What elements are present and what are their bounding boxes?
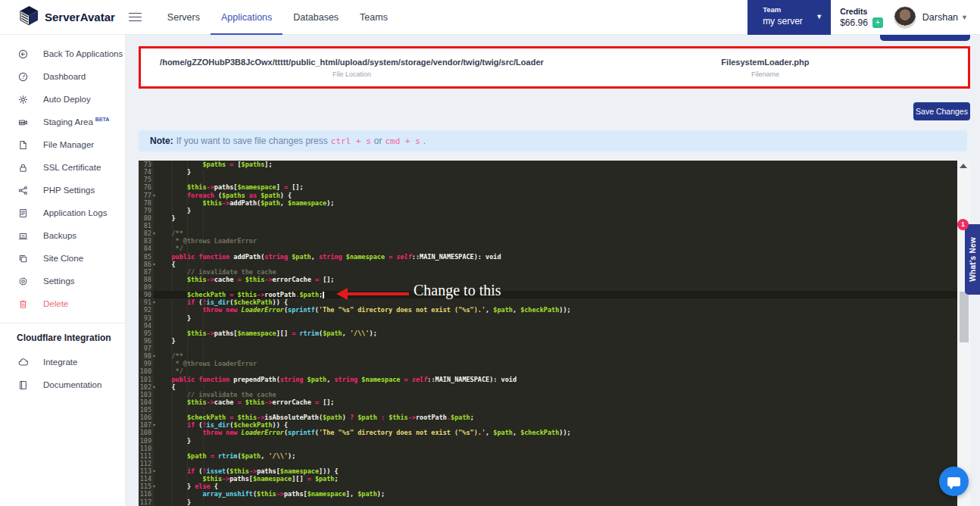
line-number: 73 <box>139 161 154 168</box>
brand-name: ServerAvatar <box>45 11 115 23</box>
code-line[interactable]: 84 */ <box>139 245 957 252</box>
fold-arrow-icon[interactable]: ▾ <box>153 421 155 429</box>
sidebar-item-ssl-certificate[interactable]: SSL Certificate <box>0 156 125 179</box>
code-line[interactable]: 83 * @throws LoaderError <box>139 237 957 245</box>
hamburger-menu-icon[interactable] <box>129 13 142 22</box>
code-text: */ <box>154 367 183 375</box>
user-name[interactable]: Darshan <box>922 12 958 23</box>
code-line[interactable]: 79 } <box>139 207 957 214</box>
sidebar-item-file-manager[interactable]: File Manager <box>0 133 125 156</box>
sidebar-item-settings[interactable]: Settings <box>0 270 125 292</box>
sidebar-item-dashboard[interactable]: Dashboard <box>0 65 125 88</box>
code-line[interactable]: 74 } <box>139 168 957 176</box>
code-line[interactable]: 95 $this->paths[$namespace][] = rtrim($p… <box>139 330 957 337</box>
editor-scrollbar-thumb[interactable] <box>960 292 969 342</box>
file-location-value: /home/gZZOHubP3B8JcOwx/ttttt/public_html… <box>141 58 563 67</box>
code-line[interactable]: 117 } <box>139 498 957 506</box>
code-line[interactable]: 112 <box>139 460 957 467</box>
fold-arrow-icon[interactable]: ▾ <box>153 261 155 268</box>
code-line[interactable]: 107▾ if (!is_dir($checkPath)) { <box>139 421 957 429</box>
brand[interactable]: ServerAvatar <box>0 5 115 29</box>
code-line[interactable]: 77▾ foreach ($paths as $path) { <box>139 192 957 199</box>
code-line[interactable]: 108 throw new LoaderError(sprintf('The "… <box>139 429 957 436</box>
scrollbar-up-arrow-icon[interactable] <box>960 164 967 168</box>
fold-arrow-icon[interactable]: ▾ <box>153 298 155 306</box>
fold-arrow-icon[interactable]: ▾ <box>153 192 155 199</box>
code-editor[interactable]: 73 $paths = [$paths];74 }7576 $this->pat… <box>139 161 957 506</box>
code-line[interactable]: 80 } <box>139 214 957 222</box>
save-changes-button[interactable]: Save Changes <box>913 102 970 120</box>
code-line[interactable]: 76 $this->paths[$namespace] = []; <box>139 183 957 191</box>
whats-new-tab[interactable]: What's New <box>965 224 980 295</box>
sidebar-item-integrate[interactable]: Integrate <box>0 351 125 373</box>
file-icon <box>18 140 36 150</box>
code-text: $this->addPath($path, $namespace); <box>154 199 334 207</box>
code-line[interactable]: 73 $paths = [$paths]; <box>139 161 957 168</box>
lock-icon <box>18 163 36 173</box>
line-number: 79 <box>139 207 154 214</box>
code-line[interactable]: 85 public function addPath(string $path,… <box>139 253 957 261</box>
code-line[interactable]: 105 <box>139 406 957 414</box>
line-number: 74 <box>139 168 154 176</box>
sidebar: Back To ApplicationsDashboardAuto Deploy… <box>0 35 126 506</box>
fold-arrow-icon[interactable]: ▾ <box>153 483 155 490</box>
code-line[interactable]: 87 // invalidate the cache <box>139 268 957 276</box>
fold-arrow-icon[interactable]: ▾ <box>153 230 155 237</box>
fold-arrow-icon[interactable]: ▾ <box>153 352 155 360</box>
sidebar-item-staging-area[interactable]: Staging AreaBETA <box>0 111 125 133</box>
sidebar-item-label: Documentation <box>43 380 101 389</box>
code-text: $this->cache = $this->errorCache = []; <box>154 276 334 283</box>
sidebar-item-back-to-applications[interactable]: Back To Applications <box>0 42 125 65</box>
code-line[interactable]: 103 // invalidate the cache <box>139 391 957 398</box>
code-line[interactable]: 110 <box>139 445 957 452</box>
avatar[interactable] <box>894 6 916 29</box>
sidebar-item-php-settings[interactable]: PHP Settings <box>0 179 125 201</box>
code-line[interactable]: 113▾ if (!isset($this->paths[$namespace]… <box>139 467 957 475</box>
sidebar-item-site-clone[interactable]: Site Clone <box>0 247 125 270</box>
code-line[interactable]: 93 } <box>139 314 957 322</box>
code-line[interactable]: 101 public function prependPath(string $… <box>139 376 957 383</box>
code-line[interactable]: 75 <box>139 176 957 183</box>
code-line[interactable]: 98▾ /** <box>139 352 957 360</box>
fold-arrow-icon[interactable]: ▾ <box>153 383 155 391</box>
code-text <box>154 283 156 291</box>
line-number: 86▾ <box>139 261 154 268</box>
code-line[interactable]: 100 */ <box>139 367 957 375</box>
code-line[interactable]: 86▾ { <box>139 261 957 268</box>
code-line[interactable]: 81 <box>139 222 957 230</box>
code-line[interactable]: 109 } <box>139 437 957 445</box>
code-line[interactable]: 115▾ } else { <box>139 483 957 490</box>
code-line[interactable]: 89 <box>139 283 957 291</box>
team-selector[interactable]: Team my server ▼ <box>747 0 831 35</box>
code-line[interactable]: 111 $path = rtrim($path, '/\\'); <box>139 452 957 460</box>
add-credits-button[interactable]: + <box>872 17 883 28</box>
code-line[interactable]: 104 $this->cache = $this->errorCache = [… <box>139 398 957 406</box>
code-line[interactable]: 78 $this->addPath($path, $namespace); <box>139 199 957 207</box>
code-line[interactable]: 106 $checkPath = $this->isAbsolutePath($… <box>139 414 957 421</box>
code-line[interactable]: 116 array_unshift($this->paths[$namespac… <box>139 490 957 498</box>
nav-item-applications[interactable]: Applications <box>211 0 282 35</box>
code-line[interactable]: 91▾ if (!is_dir($checkPath)) { <box>139 298 957 306</box>
line-number: 81 <box>139 222 154 230</box>
sidebar-item-application-logs[interactable]: Application Logs <box>0 201 125 224</box>
chat-widget-button[interactable] <box>939 467 969 496</box>
code-line[interactable]: 96 } <box>139 337 957 345</box>
nav-item-databases[interactable]: Databases <box>282 0 349 35</box>
nav-item-teams[interactable]: Teams <box>349 0 398 35</box>
fold-arrow-icon[interactable]: ▾ <box>153 467 155 475</box>
code-line[interactable]: 102▾ { <box>139 383 957 391</box>
sidebar-item-delete[interactable]: Delete <box>0 292 125 315</box>
code-line[interactable]: 114 $this->paths[$namespace][] = $path; <box>139 475 957 483</box>
code-line-active[interactable]: 90 $checkPath = $this->rootPath.$path; <box>139 291 957 298</box>
sidebar-item-auto-deploy[interactable]: Auto Deploy <box>0 88 125 111</box>
code-line[interactable]: 82▾ /** <box>139 230 957 237</box>
code-line[interactable]: 97 <box>139 345 957 352</box>
line-number: 88 <box>139 276 154 283</box>
code-line[interactable]: 88 $this->cache = $this->errorCache = []… <box>139 276 957 283</box>
code-line[interactable]: 99 * @throws LoaderError <box>139 360 957 367</box>
code-line[interactable]: 92 throw new LoaderError(sprintf('The "%… <box>139 306 957 314</box>
nav-item-servers[interactable]: Servers <box>157 0 211 35</box>
sidebar-item-backups[interactable]: Backups <box>0 224 125 247</box>
sidebar-item-documentation[interactable]: Documentation <box>0 373 125 396</box>
code-line[interactable]: 94 <box>139 322 957 330</box>
